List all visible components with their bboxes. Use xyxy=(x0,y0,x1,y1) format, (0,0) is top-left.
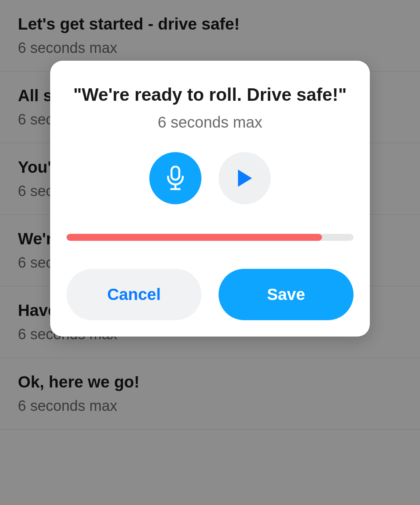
record-button[interactable] xyxy=(149,152,201,204)
record-modal: "We're ready to roll. Drive safe!" 6 sec… xyxy=(50,61,370,337)
save-button[interactable]: Save xyxy=(219,269,354,320)
modal-overlay[interactable]: "We're ready to roll. Drive safe!" 6 sec… xyxy=(0,0,420,505)
progress-fill xyxy=(66,234,322,241)
microphone-icon xyxy=(165,166,186,191)
modal-actions: Cancel Save xyxy=(66,269,354,320)
play-icon xyxy=(236,168,254,188)
modal-subtitle: 6 seconds max xyxy=(66,114,354,131)
modal-controls xyxy=(66,152,354,204)
modal-title: "We're ready to roll. Drive safe!" xyxy=(66,84,354,105)
progress-bar xyxy=(66,234,354,241)
svg-rect-0 xyxy=(172,167,179,180)
cancel-button[interactable]: Cancel xyxy=(66,269,201,320)
play-button[interactable] xyxy=(219,152,271,204)
